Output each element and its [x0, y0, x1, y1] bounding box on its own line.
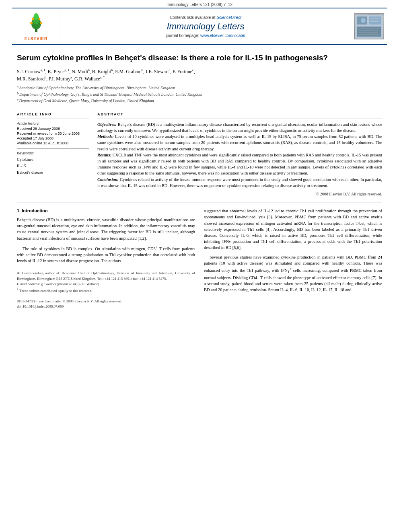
article-content: Serum cytokine profiles in Behçet's dise…	[0, 45, 399, 317]
sciencedirect-line: Contents lists available at ScienceDirec…	[170, 15, 241, 20]
affil-b-text: Department of Ophthalmology, Guy's, King…	[19, 91, 202, 97]
authors-line: S.J. Curnowa, 1, K. Prycea, 1, N. Modib,…	[17, 68, 382, 82]
main-text-columns: 1. Introduction Behçet's disease (BD) is…	[17, 208, 382, 309]
sciencedirect-text: Contents lists available at	[170, 15, 215, 20]
article-title: Serum cytokine profiles in Behçet's dise…	[17, 53, 382, 63]
abstract-column: ABSTRACT Objectives: Behçet's disease (B…	[97, 112, 382, 196]
affil-c-text: Department of Oral Medicine, Queen Mary,…	[19, 98, 154, 104]
bottom-section-rule	[17, 203, 382, 203]
author-9: P.I. Murraya,	[49, 76, 74, 82]
footnote-corresponding: ∗ Corresponding author at: Academic Unit…	[17, 271, 195, 281]
journal-title-header: Immunology Letters	[167, 21, 244, 32]
journal-header: ELSEVIER Contents lists available at Sci…	[12, 8, 387, 45]
keywords-label: Keywords:	[17, 151, 89, 155]
footnote-equal-contribution: 1 These authors contributed equally to t…	[17, 287, 195, 294]
footnote-bottom: 0165-2478/$ – see front matter © 2008 El…	[17, 297, 195, 309]
journal-thumbnail-area	[351, 8, 387, 44]
homepage-text: journal homepage:	[166, 33, 199, 38]
sciencedirect-link[interactable]: ScienceDirect	[216, 15, 241, 20]
right-para-2: Several previous studies have examined c…	[204, 254, 382, 293]
received-date: Received 28 January 2008	[17, 127, 89, 131]
footnote-area: ∗ Corresponding author at: Academic Unit…	[17, 268, 195, 294]
author-3: N. Modib,	[72, 69, 92, 74]
svg-rect-15	[370, 21, 379, 22]
author-10: G.R. Wallacea, *	[74, 76, 105, 82]
svg-point-5	[40, 22, 42, 24]
section-divider-top	[17, 108, 382, 108]
results-label: Results:	[97, 153, 111, 157]
elsevier-tree-icon	[24, 12, 48, 34]
objectives-label: Objectives:	[97, 122, 117, 127]
article-info-column: ARTICLE INFO Article history: Received 2…	[17, 112, 89, 196]
elsevier-logo-area: ELSEVIER	[12, 8, 60, 44]
keywords-section: Keywords: Cytokines IL-15 Behcet's disea…	[17, 148, 89, 176]
author-2: K. Prycea, 1,	[48, 69, 72, 74]
info-rule	[17, 119, 89, 119]
author-4: B. Knightb,	[92, 69, 115, 74]
article-info-heading: ARTICLE INFO	[17, 112, 89, 116]
svg-point-7	[38, 18, 40, 20]
journal-citation: Immunology Letters 121 (2008) 7–12	[167, 2, 232, 7]
copyright-text: © 2008 Elsevier B.V. All rights reserved…	[316, 192, 382, 196]
intro-para-1: Behçet's disease (BD) is a multisystem, …	[17, 217, 195, 241]
conclusion-text: Cytokines related to activity of the inn…	[97, 177, 382, 188]
journal-thumbnail	[354, 13, 384, 39]
author-1: S.J. Curnowa, 1,	[17, 69, 48, 74]
journal-cover-image	[355, 14, 383, 39]
affiliation-b: b Department of Ophthalmology, Guy's, Ki…	[17, 91, 382, 97]
affil-a-text: Academic Unit of Ophthalmology, The Univ…	[19, 85, 175, 91]
introduction-title: 1. Introduction	[17, 208, 195, 214]
article-info-abstract-section: ARTICLE INFO Article history: Received 2…	[17, 112, 382, 196]
affiliation-c: c Department of Oral Medicine, Queen Mar…	[17, 98, 382, 104]
svg-point-3	[34, 13, 39, 20]
received-revised-date: Received in revised form 30 June 2008	[17, 131, 89, 136]
main-col-left: 1. Introduction Behçet's disease (BD) is…	[17, 208, 195, 309]
keywords-rule	[17, 148, 89, 149]
abstract-text: Objectives: Behçet's disease (BD) is a m…	[97, 121, 382, 189]
issn-notice: 0165-2478/$ – see front matter © 2008 El…	[17, 299, 195, 304]
keywords-list: Cytokines IL-15 Behcet's disease	[17, 156, 89, 176]
available-date: Available online 13 August 2008	[17, 141, 89, 145]
svg-rect-17	[358, 30, 378, 31]
methods-label: Methods:	[97, 134, 114, 139]
svg-rect-13	[370, 18, 380, 19]
journal-homepage-line: journal homepage: www.elsevier.com/locat…	[166, 33, 245, 38]
author-8: M.R. Stanfordb,	[17, 76, 49, 82]
accepted-date: Accepted 17 July 2008	[17, 136, 89, 140]
copyright-line: © 2008 Elsevier B.V. All rights reserved…	[97, 192, 382, 196]
homepage-link[interactable]: www.elsevier.com/locate/	[200, 33, 245, 38]
svg-rect-19	[358, 34, 379, 35]
svg-point-12	[361, 18, 366, 23]
abstract-heading: ABSTRACT	[97, 112, 382, 116]
author-5: E.M. Grahamb,	[115, 69, 146, 74]
main-col-right: suggested that abnormal levels of IL-12 …	[204, 208, 382, 309]
journal-header-center: Contents lists available at ScienceDirec…	[60, 8, 351, 44]
results-text: CXCL8 and TNF were the most abundant cyt…	[97, 153, 382, 176]
svg-point-6	[32, 18, 34, 20]
objectives-text: Behçet's disease (BD) is a multisystem i…	[97, 122, 382, 133]
journal-info-bar: Immunology Letters 121 (2008) 7–12	[0, 0, 399, 8]
svg-point-4	[30, 22, 33, 24]
doi-text: doi:10.1016/j.imlet.2008.07.009	[17, 304, 195, 309]
abstract-rule	[97, 119, 382, 119]
affiliations: a Academic Unit of Ophthalmology, The Un…	[17, 85, 382, 104]
article-history-label: Article history:	[17, 121, 89, 125]
conclusion-label: Conclusion:	[97, 177, 119, 182]
page-wrapper: Immunology Letters 121 (2008) 7–12	[0, 0, 399, 532]
keyword-1: Cytokines	[17, 156, 89, 163]
svg-rect-18	[358, 32, 378, 33]
journal-thumb-inner	[354, 14, 384, 39]
svg-rect-16	[358, 28, 380, 29]
elsevier-logo: ELSEVIER	[24, 12, 48, 41]
author-7: F. Fortunec,	[173, 69, 195, 74]
methods-text: Levels of 10 cytokines were analysed in …	[97, 134, 382, 151]
svg-rect-14	[370, 20, 378, 21]
author-6: J.E. Stewartc,	[146, 69, 173, 74]
elsevier-text: ELSEVIER	[24, 37, 48, 41]
keyword-2: IL-15	[17, 163, 89, 169]
right-para-1: suggested that abnormal levels of IL-12 …	[204, 208, 382, 251]
intro-para-2: The role of cytokines in BD is complex. …	[17, 244, 195, 264]
footnote-email: E-mail address: g.r.wallace@bham.ac.uk (…	[17, 281, 195, 287]
keyword-3: Behcet's disease	[17, 169, 89, 176]
affiliation-a: a Academic Unit of Ophthalmology, The Un…	[17, 85, 382, 91]
